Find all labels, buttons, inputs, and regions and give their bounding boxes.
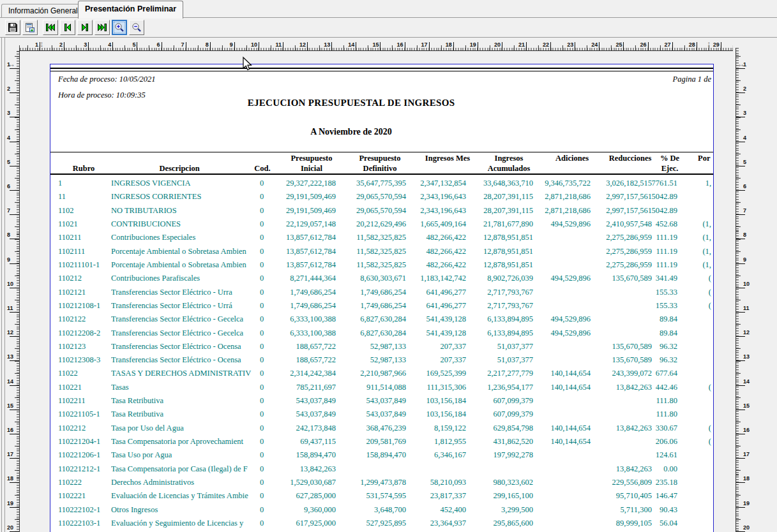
ruler-tick xyxy=(10,239,19,239)
cell-descripcion: Otros Ingresos xyxy=(111,505,253,515)
table-row: 110212208-2Transferencias Sector Eléctri… xyxy=(50,329,713,342)
cell-rubro: 110222 xyxy=(58,478,109,487)
cell-rubro: 110221206-1 xyxy=(58,450,109,460)
cell-reducciones: 229,556,809 xyxy=(612,478,653,487)
cell-rubro: 110212 xyxy=(58,274,109,283)
column-header-porcentaje: Por xyxy=(698,154,710,164)
cell-presupuesto-inicial: 1,749,686,254 xyxy=(290,288,336,297)
cell-descripcion: Tasas xyxy=(111,383,253,392)
cell-presupuesto-definitivo: 35,647,775,395 xyxy=(356,179,406,188)
cell-ingresos-acumulados: 28,207,391,115 xyxy=(483,192,533,202)
export-button[interactable] xyxy=(22,20,38,35)
cell-cod: 0 xyxy=(256,491,268,501)
ruler-tick xyxy=(10,214,19,215)
ruler-tick xyxy=(283,42,283,50)
cell-ingresos-acumulados: 8,902,726,039 xyxy=(487,274,533,283)
cell-presupuesto-definitivo: 3,648,700 xyxy=(374,505,406,515)
ruler-number: 16 xyxy=(743,427,750,433)
cell-cod: 0 xyxy=(256,247,268,256)
cell-presupuesto-definitivo: 11,582,325,825 xyxy=(356,233,406,242)
ruler-number: 18 xyxy=(743,475,750,482)
cell-presupuesto-inicial: 13,857,612,784 xyxy=(286,260,336,270)
cell-pct-ejec: 0.00 xyxy=(663,464,677,474)
table-header-bottom-rule xyxy=(50,174,713,175)
cell-adiciones: 2,871,218,686 xyxy=(545,206,591,216)
cell-presupuesto-inicial: 6,333,100,388 xyxy=(290,329,336,338)
cell-presupuesto-definitivo: 6,827,630,284 xyxy=(360,314,406,324)
cell-porcentaje: (1, xyxy=(702,260,711,270)
ruler-tick xyxy=(10,312,19,313)
cell-cod: 0 xyxy=(256,342,268,351)
cell-presupuesto-inicial: 13,857,612,784 xyxy=(286,247,336,256)
tab-presentacion-preliminar[interactable]: Presentación Preliminar xyxy=(78,1,183,18)
cell-presupuesto-definitivo: 20,212,629,496 xyxy=(356,219,406,229)
margin-marker-icon[interactable]: ↔ xyxy=(7,60,15,68)
cell-rubro: 110221105-1 xyxy=(58,410,109,419)
cell-ingresos-mes: 2,343,196,643 xyxy=(420,192,466,202)
cell-ingresos-acumulados: 197,992,278 xyxy=(494,450,534,460)
cell-cod: 0 xyxy=(256,396,268,406)
save-button[interactable] xyxy=(5,20,20,35)
ruler-number: 27 xyxy=(658,41,671,48)
cell-presupuesto-inicial: 8,271,444,364 xyxy=(290,274,336,283)
cell-pct-ejec: 235.18 xyxy=(656,478,677,487)
cell-ingresos-acumulados: 12,878,951,851 xyxy=(483,233,533,242)
cell-cod: 0 xyxy=(256,369,268,378)
ruler-number: 9 xyxy=(220,41,233,48)
ruler-tick xyxy=(405,42,405,50)
margin-marker-icon[interactable]: ↕ xyxy=(707,40,711,48)
margin-marker-icon[interactable]: ↕ xyxy=(40,40,44,48)
cell-descripcion: Evaluación de Licencias y Trámites Ambie xyxy=(111,491,253,501)
cell-cod: 0 xyxy=(256,179,268,188)
ruler-tick xyxy=(736,117,745,117)
margin-marker-icon[interactable]: ↔ xyxy=(737,60,745,68)
cell-rubro: 110211101-1 xyxy=(58,260,109,270)
ruler-tick xyxy=(550,42,551,50)
zoom-in-button[interactable] xyxy=(112,20,127,35)
ruler-number: 20 xyxy=(488,41,501,48)
cell-ingresos-mes: 482,266,422 xyxy=(426,233,467,242)
cell-cod: 0 xyxy=(256,355,268,365)
ruler-number: 14 xyxy=(342,41,354,48)
cell-reducciones: 2,275,286,959 xyxy=(606,233,652,242)
cell-cod: 0 xyxy=(256,206,268,216)
next-page-button[interactable] xyxy=(77,20,93,35)
cell-pct-ejec: 90.43 xyxy=(660,505,677,515)
cell-ingresos-mes: 23,817,337 xyxy=(430,491,466,501)
cell-cod: 0 xyxy=(256,450,268,460)
ruler-number: 2 xyxy=(50,41,63,48)
ruler-tick xyxy=(10,385,19,386)
zoom-out-icon xyxy=(132,22,142,33)
cell-pct-ejec: 124.61 xyxy=(656,450,677,460)
table-row: 1102122Transferencias Sector Eléctrico -… xyxy=(50,314,713,328)
table-row: 1102212Tasa por Uso del Agua0242,173,848… xyxy=(50,424,713,437)
cell-pct-ejec: 111.80 xyxy=(656,396,677,406)
ruler-number: 11 xyxy=(743,305,750,311)
cell-descripcion: INGRESOS CORRIENTES xyxy=(111,192,253,202)
cell-pct-ejec: 111.80 xyxy=(656,410,677,419)
cell-ingresos-acumulados: 12,878,951,851 xyxy=(483,260,533,270)
last-page-button[interactable] xyxy=(94,20,110,35)
report-page[interactable]: Fecha de proceso: 10/05/2021 Hora de pro… xyxy=(50,64,714,532)
first-page-button[interactable] xyxy=(43,20,58,35)
ruler-tick xyxy=(234,42,235,50)
ruler-number: 3 xyxy=(7,110,10,116)
ruler-tick xyxy=(453,42,454,50)
cell-presupuesto-definitivo: 209,581,769 xyxy=(366,437,407,447)
cell-rubro: 1102221 xyxy=(58,491,109,501)
zoom-out-button[interactable] xyxy=(129,20,144,35)
cell-ingresos-acumulados: 6,133,894,895 xyxy=(487,329,533,338)
cell-reducciones: 2,275,286,959 xyxy=(606,260,652,270)
ruler-number: 13 xyxy=(743,353,750,360)
ruler-tick xyxy=(736,214,745,215)
ruler-number: 2 xyxy=(7,85,10,92)
previous-page-button[interactable] xyxy=(60,20,75,35)
cell-cod: 0 xyxy=(256,219,268,229)
cell-reducciones: 13,842,263 xyxy=(616,424,652,433)
cell-descripcion: Porcentaje Ambiental o Sobretasa Ambien xyxy=(111,247,253,256)
ruler-number: 17 xyxy=(7,451,13,457)
cell-rubro: 1102211 xyxy=(58,396,109,406)
cell-presupuesto-definitivo: 158,894,470 xyxy=(366,450,407,460)
cell-descripcion: Transferencias Sector Eléctrico - Gecelc… xyxy=(111,329,253,338)
tab-informacion-general[interactable]: Información General xyxy=(1,4,85,18)
